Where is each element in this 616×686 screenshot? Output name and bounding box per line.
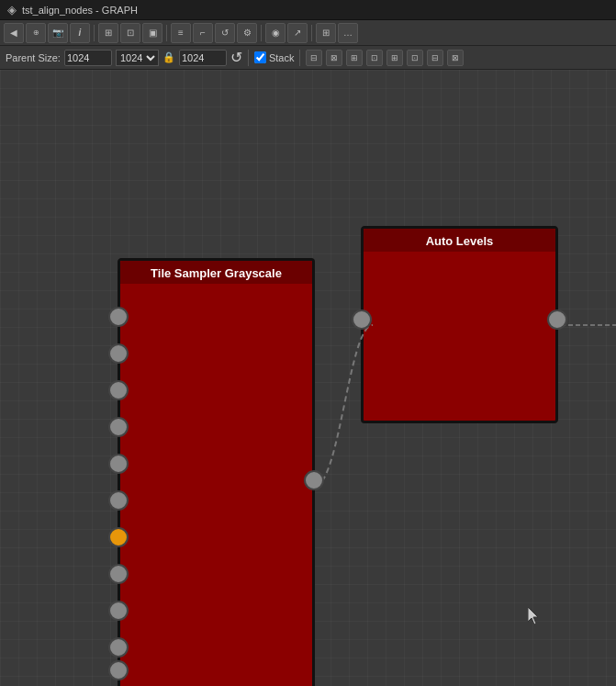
zoom-fit-button[interactable]: ⊞ (98, 23, 118, 43)
lock-icon: 🔒 (162, 51, 175, 63)
tile-input-port-10[interactable] (108, 637, 129, 658)
grid-button[interactable]: ⊞ (316, 23, 336, 43)
secondary-toolbar: Parent Size: 1024 🔒 ↺ Stack ⊟ ⊠ ⊞ ⊡ ⊞ ⊡ … (0, 46, 616, 70)
stack-label: Stack (269, 52, 295, 63)
auto-output-port-1[interactable] (547, 309, 567, 330)
info-button[interactable]: i (70, 23, 90, 43)
align-v-center-button[interactable]: ⊞ (386, 50, 403, 66)
refresh-icon[interactable]: ↺ (230, 49, 242, 66)
settings-button[interactable]: ⚙ (237, 23, 257, 43)
parent-size-input[interactable] (64, 50, 112, 66)
auto-input-port-1[interactable] (352, 309, 372, 330)
height-input[interactable] (179, 50, 227, 66)
tile-input-port-8[interactable] (108, 564, 129, 584)
stack-checkbox-label[interactable]: Stack (254, 51, 295, 63)
align-v-bottom-button[interactable]: ⊡ (407, 50, 423, 66)
distribute-v-button[interactable]: ⊠ (447, 50, 464, 66)
svg-marker-1 (528, 607, 538, 624)
titlebar-title: tst_align_nodes - GRAPH (22, 5, 138, 16)
parent-size-label: Parent Size: (6, 52, 61, 63)
stack-checkbox[interactable] (254, 51, 266, 63)
tile-input-port-1[interactable] (108, 307, 129, 327)
align-h-left-button[interactable]: ⊟ (306, 50, 322, 66)
render-button[interactable]: ◉ (265, 23, 286, 43)
main-toolbar: ◀ ⊕ 📷 i ⊞ ⊡ ▣ ≡ ⌐ ↺ ⚙ ◉ ↗ ⊞ … (0, 20, 616, 46)
tile-input-port-3[interactable] (108, 380, 129, 400)
tile-input-port-5[interactable] (108, 454, 129, 474)
tile-input-port-2[interactable] (108, 343, 129, 364)
titlebar-icon: ◈ (7, 3, 17, 17)
toolbar-separator-1 (94, 25, 95, 41)
toolbar-separator-4 (311, 25, 312, 41)
more-button[interactable]: … (338, 23, 358, 43)
tile-sampler-title: Tile Sampler Grayscale (120, 261, 312, 284)
tile-output-port-1[interactable] (304, 470, 324, 490)
align-h-center-button[interactable]: ⊠ (326, 50, 342, 66)
tile-input-port-6[interactable] (108, 490, 129, 511)
output-button[interactable]: ↗ (287, 23, 308, 43)
back-button[interactable]: ◀ (4, 23, 24, 43)
snapshot-button[interactable]: 📷 (48, 23, 68, 43)
align-v-top-button[interactable]: ⊡ (366, 50, 383, 66)
tile-input-port-7[interactable] (108, 527, 129, 547)
graph-canvas[interactable]: Tile Sampler Grayscale Auto Levels (0, 70, 616, 686)
view-button[interactable]: ▣ (142, 23, 162, 43)
history-button[interactable]: ↺ (215, 23, 235, 43)
mouse-cursor (528, 607, 539, 624)
forward-button[interactable]: ⊕ (26, 23, 46, 43)
toolbar-separator-3 (261, 25, 262, 41)
connect-button[interactable]: ⌐ (193, 23, 213, 43)
auto-levels-node[interactable]: Auto Levels (361, 226, 558, 423)
zoom-sel-button[interactable]: ⊡ (120, 23, 140, 43)
parent-size-select[interactable]: 1024 (116, 50, 159, 66)
toolbar2-separator (248, 50, 249, 66)
distribute-h-button[interactable]: ⊟ (427, 50, 443, 66)
align-h-right-button[interactable]: ⊞ (346, 50, 363, 66)
auto-levels-title: Auto Levels (364, 229, 555, 252)
titlebar: ◈ tst_align_nodes - GRAPH (0, 0, 616, 20)
align-button[interactable]: ≡ (171, 23, 191, 43)
toolbar2-sep2 (299, 50, 300, 66)
toolbar-separator-2 (166, 25, 167, 41)
tile-input-port-4[interactable] (108, 417, 129, 437)
tile-input-port-9[interactable] (108, 601, 129, 621)
tile-sampler-node[interactable]: Tile Sampler Grayscale (118, 258, 315, 686)
tile-input-port-11[interactable] (108, 660, 129, 680)
